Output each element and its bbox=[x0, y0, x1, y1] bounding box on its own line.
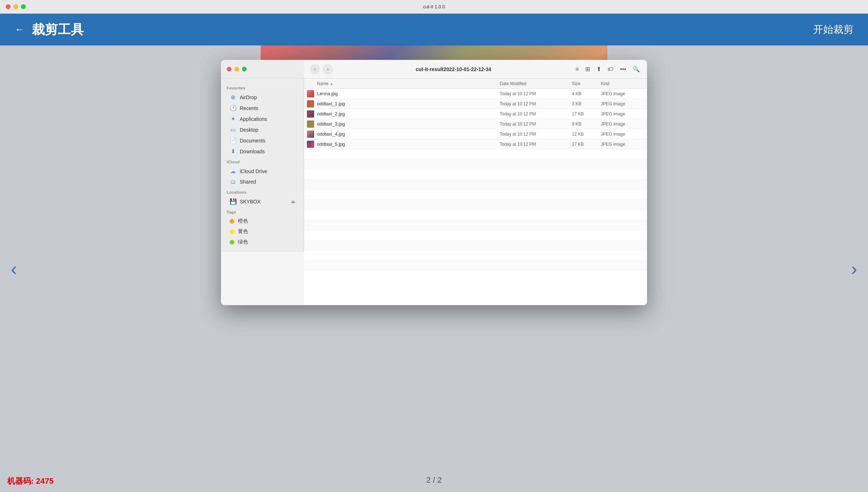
finder-toolbar-icons: ≡ ⊞ ⬆ 🏷 ••• 🔍 bbox=[574, 64, 641, 74]
page-indicator: 2 / 2 bbox=[426, 475, 442, 485]
minimize-button[interactable] bbox=[13, 4, 18, 9]
eject-icon[interactable]: ⏏ bbox=[291, 199, 295, 204]
table-row[interactable]: oddtaxi_5.jpg Today at 10:12 PM 17 KB JP… bbox=[304, 139, 647, 149]
documents-label: Documents bbox=[240, 138, 265, 144]
sidebar-item-tag-yellow[interactable]: 黄色 bbox=[224, 227, 301, 237]
table-row[interactable]: oddtaxi_3.jpg Today at 10:12 PM 8 KB JPE… bbox=[304, 119, 647, 129]
finder-sidebar: Favorites ⊕ AirDrop 🕐 Recents ✦ Applicat… bbox=[221, 79, 304, 252]
main-area: ‹ Favorites ⊕ AirDrop 🕐 Recents bbox=[0, 45, 868, 492]
finder-sidebar-panel: Favorites ⊕ AirDrop 🕐 Recents ✦ Applicat… bbox=[221, 60, 304, 305]
file-kind: JPEG image bbox=[601, 132, 644, 137]
column-headers: Name ▲ Date Modified Size Kind bbox=[304, 79, 647, 89]
machine-code: 机器码: 2475 bbox=[7, 476, 53, 487]
back-button[interactable]: ← bbox=[14, 24, 25, 35]
green-tag-label: 绿色 bbox=[238, 239, 248, 245]
file-icon bbox=[307, 90, 314, 97]
file-icon bbox=[307, 100, 314, 107]
table-row[interactable]: Lenna.jpg Today at 10:12 PM 4 KB JPEG im… bbox=[304, 89, 647, 99]
airdrop-icon: ⊕ bbox=[230, 94, 236, 101]
finder-maximize-button[interactable] bbox=[242, 67, 247, 71]
desktop-label: Desktop bbox=[240, 127, 258, 133]
empty-row bbox=[304, 149, 647, 159]
empty-row bbox=[304, 260, 647, 271]
table-row[interactable]: oddtaxi_1.jpg Today at 10:12 PM 3 KB JPE… bbox=[304, 99, 647, 109]
finder-minimize-button[interactable] bbox=[234, 67, 239, 71]
green-tag-dot bbox=[230, 240, 234, 245]
file-kind: JPEG image bbox=[601, 111, 644, 117]
tag-icon[interactable]: 🏷 bbox=[606, 65, 615, 74]
file-size: 4 KB bbox=[572, 91, 601, 96]
file-name: oddtaxi_4.jpg bbox=[317, 131, 500, 137]
sidebar-item-icloud-drive[interactable]: ☁ iCloud Drive bbox=[224, 166, 301, 176]
app-toolbar: ← 裁剪工具 开始裁剪 bbox=[0, 14, 868, 45]
file-name: Lenna.jpg bbox=[317, 91, 500, 96]
skybox-icon: 💾 bbox=[230, 198, 236, 205]
empty-row bbox=[304, 170, 647, 180]
size-column-header[interactable]: Size bbox=[572, 81, 601, 86]
sidebar-item-skybox[interactable]: 💾 SKYBOX ⏏ bbox=[224, 196, 301, 207]
sidebar-item-documents[interactable]: 📄 Documents bbox=[224, 135, 301, 146]
applications-icon: ✦ bbox=[230, 115, 236, 122]
date-column-header[interactable]: Date Modified bbox=[500, 81, 572, 86]
shared-label: Shared bbox=[240, 179, 256, 185]
file-icon bbox=[307, 120, 314, 128]
sidebar-item-tag-orange[interactable]: 橙色 bbox=[224, 216, 301, 226]
finder-forward-button[interactable]: › bbox=[323, 64, 333, 74]
name-column-header[interactable]: Name ▲ bbox=[307, 81, 500, 86]
sidebar-item-desktop[interactable]: ▭ Desktop bbox=[224, 124, 301, 135]
yellow-tag-dot bbox=[230, 229, 234, 234]
airdrop-label: AirDrop bbox=[240, 95, 257, 100]
icloud-drive-label: iCloud Drive bbox=[240, 168, 267, 174]
table-row[interactable]: oddtaxi_2.jpg Today at 10:12 PM 17 KB JP… bbox=[304, 109, 647, 119]
finder-close-button[interactable] bbox=[227, 67, 231, 71]
more-icon[interactable]: ••• bbox=[619, 65, 628, 74]
finder-back-button[interactable]: ‹ bbox=[310, 64, 320, 74]
file-date: Today at 10:12 PM bbox=[500, 111, 572, 117]
finder-titlebar bbox=[221, 60, 304, 79]
file-date: Today at 10:12 PM bbox=[500, 122, 572, 127]
documents-icon: 📄 bbox=[230, 137, 236, 144]
file-name: oddtaxi_2.jpg bbox=[317, 111, 500, 117]
sidebar-item-shared[interactable]: 🗂 Shared bbox=[224, 177, 301, 187]
sort-arrow: ▲ bbox=[330, 82, 333, 85]
start-crop-button[interactable]: 开始裁剪 bbox=[813, 23, 854, 36]
share-icon[interactable]: ⬆ bbox=[595, 64, 603, 74]
sidebar-item-downloads[interactable]: ⬇ Downloads bbox=[224, 146, 301, 157]
downloads-icon: ⬇ bbox=[230, 148, 236, 155]
grid-view-icon[interactable]: ⊞ bbox=[584, 64, 591, 74]
search-icon[interactable]: 🔍 bbox=[631, 64, 641, 74]
maximize-button[interactable] bbox=[21, 4, 26, 9]
file-date: Today at 10:12 PM bbox=[500, 91, 572, 96]
empty-row bbox=[304, 180, 647, 190]
file-date: Today at 10:12 PM bbox=[500, 142, 572, 147]
tags-label: Tags bbox=[221, 207, 304, 216]
finder-toolbar: ‹ › cut-it-result2022-10-01-22-12-34 ≡ ⊞… bbox=[304, 60, 647, 79]
prev-page-button[interactable]: ‹ bbox=[11, 258, 17, 279]
recents-icon: 🕐 bbox=[230, 105, 236, 111]
list-view-icon[interactable]: ≡ bbox=[574, 65, 580, 74]
file-kind: JPEG image bbox=[601, 142, 644, 147]
next-page-button[interactable]: › bbox=[851, 258, 857, 279]
empty-row bbox=[304, 200, 647, 210]
file-kind: JPEG image bbox=[601, 91, 644, 96]
empty-row bbox=[304, 230, 647, 240]
kind-column-header[interactable]: Kind bbox=[601, 81, 644, 86]
table-row[interactable]: oddtaxi_4.jpg Today at 10:12 PM 12 KB JP… bbox=[304, 129, 647, 139]
file-date: Today at 10:12 PM bbox=[500, 132, 572, 137]
empty-row bbox=[304, 220, 647, 230]
finder-content: ‹ › cut-it-result2022-10-01-22-12-34 ≡ ⊞… bbox=[304, 60, 647, 305]
sidebar-item-applications[interactable]: ✦ Applications bbox=[224, 114, 301, 124]
shared-icon: 🗂 bbox=[230, 179, 236, 185]
file-name: oddtaxi_3.jpg bbox=[317, 121, 500, 127]
close-button[interactable] bbox=[6, 4, 10, 9]
sidebar-item-recents[interactable]: 🕐 Recents bbox=[224, 103, 301, 113]
file-size: 3 KB bbox=[572, 101, 601, 106]
file-date: Today at 10:12 PM bbox=[500, 101, 572, 106]
sidebar-item-airdrop[interactable]: ⊕ AirDrop bbox=[224, 92, 301, 102]
finder-path: cut-it-result2022-10-01-22-12-34 bbox=[336, 66, 571, 72]
sidebar-item-tag-green[interactable]: 绿色 bbox=[224, 237, 301, 247]
icloud-drive-icon: ☁ bbox=[230, 168, 236, 175]
empty-row bbox=[304, 190, 647, 200]
downloads-label: Downloads bbox=[240, 149, 265, 154]
file-kind: JPEG image bbox=[601, 122, 644, 127]
